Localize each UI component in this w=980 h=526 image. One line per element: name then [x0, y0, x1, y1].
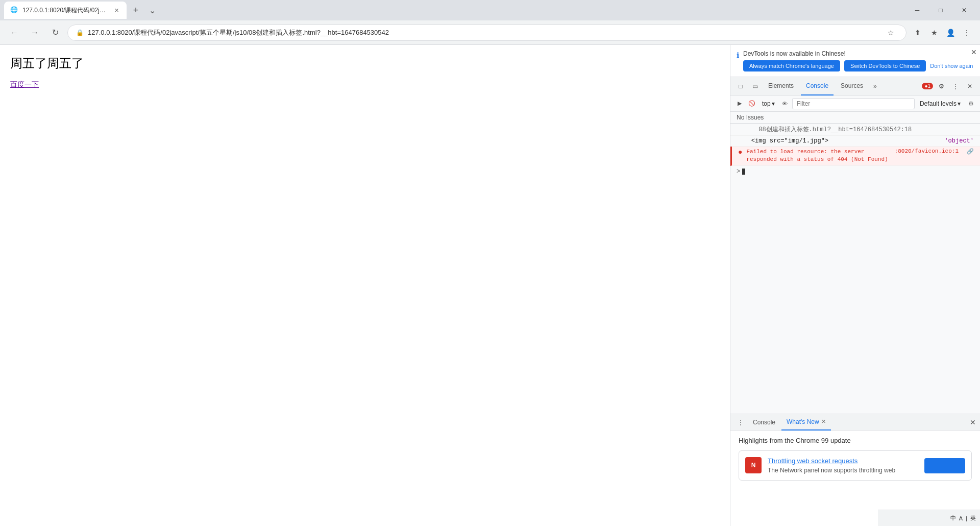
console-cursor	[742, 169, 745, 175]
bottom-panel: ⋮ Console What's New ✕ ✕ Highlights from…	[730, 414, 980, 526]
default-levels-label: Default levels	[920, 100, 957, 107]
tab-elements[interactable]: Elements	[763, 77, 799, 95]
taskbar-item-a[interactable]: A	[959, 515, 963, 521]
title-bar: 🌐 127.0.0.1:8020/课程代码/02jav... ✕ + ⌄ ─ □…	[0, 0, 980, 20]
card-logo: N	[745, 457, 762, 473]
console-code: 08创建和插入标签.html?__hbt=1647684530542:18	[737, 125, 974, 134]
error-icon: ●	[738, 148, 742, 156]
inspect-element-icon[interactable]: □	[734, 80, 747, 92]
card-content: Throttling web socket requests The Netwo…	[768, 457, 918, 474]
browser-tab[interactable]: 🌐 127.0.0.1:8020/课程代码/02jav... ✕	[4, 2, 127, 19]
dont-show-again-button[interactable]: Don't show again	[930, 63, 973, 69]
eye-icon[interactable]: 👁	[780, 99, 790, 109]
maximize-button[interactable]: □	[929, 2, 952, 18]
always-match-button[interactable]: Always match Chrome's language	[743, 60, 840, 71]
taskbar-time: 英	[970, 514, 976, 522]
window-controls: ─ □ ✕	[905, 2, 976, 18]
bottom-tab-console[interactable]: Console	[748, 414, 780, 431]
execute-context-icon[interactable]: ▶	[734, 99, 745, 109]
tab-title: 127.0.0.1:8020/课程代码/02jav...	[22, 6, 108, 15]
console-value: 'object'	[937, 137, 974, 145]
switch-devtools-button[interactable]: Switch DevTools to Chinese	[844, 60, 926, 71]
bottom-card: N Throttling web socket requests The Net…	[739, 450, 972, 481]
console-error-line: ● Failed to load resource: the serverres…	[730, 147, 980, 166]
bookmark-icon[interactable]: ☆	[884, 26, 898, 40]
no-issues-bar: No Issues	[730, 112, 980, 124]
address-input[interactable]: 🔒 127.0.0.1:8020/课程代码/02javascript/第五个星期…	[67, 25, 906, 41]
tab-sources[interactable]: Sources	[836, 77, 868, 95]
tab-console[interactable]: Console	[801, 77, 834, 95]
star-icon[interactable]: ★	[927, 26, 941, 40]
notification-text: DevTools is now available in Chinese!	[743, 50, 973, 57]
prompt-arrow: >	[737, 168, 740, 175]
console-error-text: Failed to load resource: the serverrespo…	[746, 148, 890, 164]
devtools-toolbar2: ▶ 🚫 top ▾ 👁 Default levels ▾ ⚙	[730, 95, 980, 112]
error-badge: ●1	[922, 83, 933, 89]
main-area: 周五了周五了 百度一下 ℹ DevTools is now available …	[0, 45, 980, 526]
tabs-menu-button[interactable]: ⌄	[145, 3, 159, 17]
lock-icon: 🔒	[76, 29, 84, 36]
tab-close-button[interactable]: ✕	[112, 6, 120, 14]
console-line: <img src="img/1.jpg"> 'object'	[730, 136, 980, 147]
bottom-tab-whats-new[interactable]: What's New ✕	[781, 414, 831, 431]
share-icon[interactable]: ⬆	[911, 26, 925, 40]
more-tabs-button[interactable]: »	[870, 81, 880, 92]
browser-frame: 🌐 127.0.0.1:8020/课程代码/02jav... ✕ + ⌄ ─ □…	[0, 0, 980, 526]
taskbar: 中 A | 英	[878, 510, 980, 526]
context-selector[interactable]: top ▾	[759, 99, 778, 108]
page-content: 周五了周五了 百度一下	[0, 45, 730, 526]
devtools-right-icons: ●1 ⚙ ⋮ ✕	[922, 80, 976, 92]
context-label: top	[762, 100, 771, 107]
bottom-tabs: ⋮ Console What's New ✕ ✕	[730, 414, 980, 431]
address-bar: ← → ↻ 🔒 127.0.0.1:8020/课程代码/02javascript…	[0, 20, 980, 45]
console-prompt: >	[730, 166, 980, 177]
devtools-panel: ℹ DevTools is now available in Chinese! …	[730, 45, 980, 526]
bottom-panel-title: Highlights from the Chrome 99 update	[739, 437, 972, 444]
default-levels-button[interactable]: Default levels ▾	[917, 99, 964, 108]
notification-buttons: Always match Chrome's language Switch De…	[743, 60, 973, 71]
card-action-button[interactable]	[924, 458, 965, 473]
page-heading: 周五了周五了	[10, 55, 720, 71]
new-tab-button[interactable]: +	[129, 3, 143, 17]
context-dropdown-icon: ▾	[772, 100, 775, 107]
more-options-icon[interactable]: ⋮	[949, 80, 962, 92]
bottom-panel-menu-icon[interactable]: ⋮	[734, 416, 747, 428]
minimize-button[interactable]: ─	[905, 2, 929, 18]
url-text: 127.0.0.1:8020/课程代码/02javascript/第五个星期/j…	[88, 28, 879, 37]
address-right-icons: ☆	[884, 26, 898, 40]
clear-console-icon[interactable]: 🚫	[747, 99, 757, 109]
notification-content: DevTools is now available in Chinese! Al…	[743, 50, 973, 71]
taskbar-separator: |	[966, 515, 967, 521]
page-link[interactable]: 百度一下	[10, 80, 39, 88]
profile-icon[interactable]: 👤	[943, 26, 958, 40]
console-output: 08创建和插入标签.html?__hbt=1647684530542:18 <i…	[730, 124, 980, 414]
devtools-notification: ℹ DevTools is now available in Chinese! …	[730, 45, 980, 77]
default-levels-dropdown-icon: ▾	[958, 100, 961, 107]
settings-icon[interactable]: ⚙	[935, 80, 947, 92]
toolbar-right: ⬆ ★ 👤 ⋮	[911, 26, 974, 40]
menu-icon[interactable]: ⋮	[960, 26, 974, 40]
whats-new-label: What's New	[787, 418, 819, 425]
info-icon: ℹ	[737, 51, 739, 59]
devtools-toolbar: □ ▭ Elements Console Sources » ●1 ⚙ ⋮ ✕	[730, 77, 980, 95]
whats-new-close-icon[interactable]: ✕	[821, 418, 826, 425]
card-description: The Network panel now supports throttlin…	[768, 467, 918, 474]
resource-error-link-icon[interactable]: 🔗	[967, 148, 974, 155]
close-button[interactable]: ✕	[952, 2, 976, 18]
console-line: 08创建和插入标签.html?__hbt=1647684530542:18	[730, 124, 980, 136]
back-button[interactable]: ←	[6, 25, 22, 41]
reload-button[interactable]: ↻	[47, 25, 63, 41]
tab-favicon: 🌐	[10, 6, 18, 14]
notification-close-button[interactable]: ✕	[971, 48, 977, 56]
filter-input[interactable]	[792, 98, 915, 109]
forward-button[interactable]: →	[27, 25, 43, 41]
device-toolbar-icon[interactable]: ▭	[749, 80, 761, 92]
taskbar-item-chinese[interactable]: 中	[950, 514, 956, 522]
console-code-img: <img src="img/1.jpg">	[737, 137, 933, 145]
console-error-file: :8020/favicon.ico:1	[895, 148, 959, 154]
card-title[interactable]: Throttling web socket requests	[768, 457, 918, 465]
bottom-panel-close-button[interactable]: ✕	[970, 418, 976, 426]
console-settings-icon[interactable]: ⚙	[966, 99, 976, 109]
devtools-close-icon[interactable]: ✕	[964, 80, 976, 92]
